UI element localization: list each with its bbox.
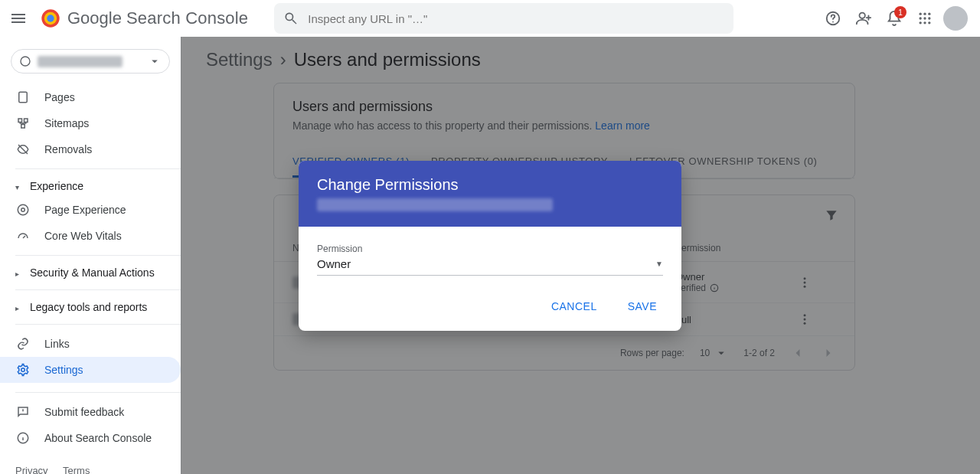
- account-avatar[interactable]: [940, 3, 971, 34]
- hamburger-menu-icon[interactable]: [9, 9, 28, 28]
- svg-rect-18: [24, 119, 28, 123]
- globe-icon: [19, 55, 31, 67]
- help-button[interactable]: [818, 3, 848, 34]
- sidebar-item-label: Sitemaps: [44, 117, 89, 129]
- chevron-down-icon: [148, 54, 162, 68]
- sidebar-item-label: Submit feedback: [44, 406, 124, 418]
- sidebar-item-about[interactable]: About Search Console: [0, 425, 181, 451]
- sidebar-item-label: Page Experience: [44, 204, 126, 216]
- sidebar-group-legacy[interactable]: ▸Legacy tools and reports: [0, 296, 181, 318]
- dialog-subject-masked: █████████████████████████████: [317, 198, 553, 211]
- svg-point-5: [860, 13, 865, 18]
- svg-point-13: [923, 21, 926, 24]
- sidebar-item-label: Settings: [44, 364, 83, 376]
- gear-icon: [16, 363, 30, 377]
- add-user-button[interactable]: [848, 3, 879, 34]
- help-icon: [825, 10, 841, 27]
- sidebar-item-removals[interactable]: Removals: [0, 136, 181, 162]
- add-user-icon: [855, 10, 872, 27]
- eye-off-icon: [16, 142, 30, 156]
- terms-link[interactable]: Terms: [63, 465, 90, 474]
- permission-select[interactable]: Owner ▼: [317, 257, 663, 276]
- sitemap-icon: [16, 116, 30, 130]
- svg-rect-19: [21, 125, 25, 129]
- sidebar-group-label: Experience: [30, 180, 83, 192]
- google-logo-icon: [40, 8, 61, 29]
- notifications-button[interactable]: 1: [879, 3, 910, 34]
- sidebar-item-label: Pages: [44, 91, 75, 103]
- sidebar-group-security[interactable]: ▸Security & Manual Actions: [0, 262, 181, 283]
- svg-point-9: [920, 17, 922, 19]
- property-selector[interactable]: ████████████: [11, 49, 170, 74]
- sidebar-item-page-experience[interactable]: Page Experience: [0, 197, 181, 223]
- sidebar-item-label: Links: [44, 338, 70, 350]
- info-icon: [16, 431, 30, 445]
- save-button[interactable]: SAVE: [616, 294, 669, 319]
- logo-text-product: Search Console: [126, 8, 248, 28]
- sidebar-item-feedback[interactable]: Submit feedback: [0, 399, 181, 425]
- feedback-icon: [16, 405, 30, 419]
- app-logo: Google Search Console: [40, 8, 248, 29]
- svg-point-22: [21, 368, 25, 372]
- url-inspect-input[interactable]: [308, 12, 724, 25]
- svg-point-14: [928, 21, 930, 24]
- search-icon: [283, 11, 299, 26]
- link-icon: [16, 337, 30, 351]
- url-inspect-searchbar[interactable]: [274, 3, 733, 34]
- page-experience-icon: [16, 203, 30, 217]
- speedometer-icon: [16, 229, 30, 243]
- app-header: Google Search Console 1: [0, 0, 980, 37]
- sidebar-item-core-web-vitals[interactable]: Core Web Vitals: [0, 223, 181, 249]
- sidebar-item-pages[interactable]: Pages: [0, 84, 181, 110]
- svg-point-4: [832, 21, 834, 23]
- sidebar: ████████████ Pages Sitemaps Removals ▾Ex…: [0, 37, 181, 474]
- change-permissions-dialog: Change Permissions █████████████████████…: [299, 161, 681, 331]
- svg-point-2: [47, 15, 54, 21]
- apps-grid-icon: [917, 11, 933, 26]
- sidebar-item-settings[interactable]: Settings: [0, 357, 181, 383]
- permission-field-label: Permission: [317, 244, 663, 254]
- sidebar-item-label: About Search Console: [44, 432, 152, 444]
- svg-point-12: [920, 21, 922, 24]
- privacy-link[interactable]: Privacy: [15, 465, 48, 474]
- sidebar-item-label: Removals: [44, 143, 92, 155]
- logo-text-google: Google: [67, 8, 122, 28]
- sidebar-group-label: Security & Manual Actions: [30, 266, 155, 279]
- svg-rect-17: [18, 119, 22, 123]
- sidebar-item-links[interactable]: Links: [0, 331, 181, 357]
- sidebar-group-label: Legacy tools and reports: [30, 301, 147, 313]
- sidebar-group-experience[interactable]: ▾Experience: [0, 175, 181, 197]
- svg-point-20: [18, 204, 28, 215]
- permission-select-value: Owner: [317, 257, 351, 270]
- svg-point-8: [928, 13, 930, 15]
- svg-point-6: [920, 13, 922, 15]
- apps-button[interactable]: [910, 3, 940, 34]
- pages-icon: [16, 90, 30, 104]
- svg-rect-16: [19, 92, 28, 103]
- sidebar-item-sitemaps[interactable]: Sitemaps: [0, 110, 181, 136]
- notification-badge: 1: [894, 6, 906, 18]
- property-url-masked: ████████████: [38, 56, 122, 67]
- svg-point-15: [21, 57, 30, 66]
- svg-point-7: [923, 13, 926, 15]
- svg-point-10: [923, 17, 926, 19]
- chevron-down-icon: ▼: [655, 260, 663, 268]
- cancel-button[interactable]: CANCEL: [539, 294, 609, 319]
- svg-point-21: [21, 208, 25, 212]
- sidebar-item-label: Core Web Vitals: [44, 230, 122, 242]
- svg-point-11: [928, 17, 930, 19]
- dialog-title: Change Permissions: [317, 176, 663, 194]
